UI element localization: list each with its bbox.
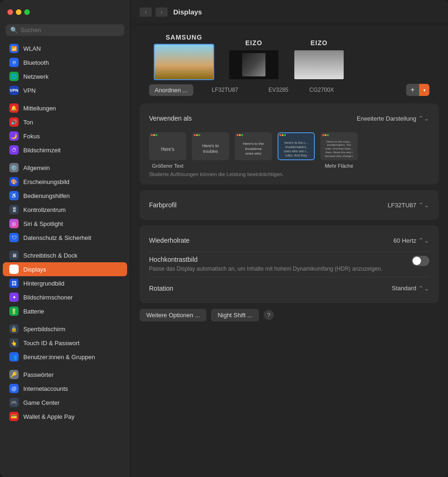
res-option-1[interactable]: Here's Größerer Text — [149, 132, 186, 169]
sidebar-item-internetaccounts[interactable]: @ Internetaccounts — [3, 382, 127, 395]
sidebar-item-wlan[interactable]: 📶 WLAN — [3, 41, 127, 55]
sidebar-label-mitteilungen: Mitteilungen — [23, 105, 56, 112]
sidebar-item-ton[interactable]: 🔊 Ton — [3, 115, 127, 129]
sidebar-item-bedienungshilfen[interactable]: ♿ Bedienungshilfen — [3, 189, 127, 203]
settings-card: Wiederholrate 60 Hertz ⌃⌄ Hochkontrastbi… — [140, 225, 439, 303]
display-model-samsung: LF32TU87 — [212, 87, 238, 93]
verwenden-als-value[interactable]: Erweiterte Darstellung ⌃⌄ — [357, 115, 429, 122]
hochkontrastbild-row: Hochkontrastbild Passe das Display autom… — [149, 256, 429, 273]
titlebar — [0, 0, 130, 24]
sidebar-label-internetaccounts: Internetaccounts — [23, 385, 68, 392]
verwenden-als-stepper-icon: ⌃⌄ — [418, 115, 429, 122]
display-thumb-eizo2[interactable] — [293, 49, 345, 80]
sidebar-item-hintergrundbild[interactable]: 🖼 Hintergrundbild — [3, 276, 127, 290]
back-button[interactable]: ‹ — [140, 7, 152, 17]
res-option-5[interactable]: Here's to the crazy...troublemakers, The… — [320, 132, 358, 169]
sidebar-label-netzwerk: Netzwerk — [23, 73, 48, 80]
sidebar-label-datenschutz: Datenschutz & Sicherheit — [23, 234, 91, 241]
sidebar-label-gamecenter: Game Center — [23, 399, 60, 406]
passwords-icon: 🔑 — [9, 370, 19, 379]
wiederholrate-value[interactable]: 60 Hertz ⌃⌄ — [394, 237, 429, 244]
add-display-button[interactable]: + — [406, 84, 419, 96]
sidebar-item-datenschutz[interactable]: 🛡 Datenschutz & Sicherheit — [3, 231, 127, 245]
sidebar-item-bildschirmschoner[interactable]: ✦ Bildschirmschoner — [3, 290, 127, 304]
add-display-dropdown[interactable]: ▾ — [419, 84, 429, 96]
night-shift-button[interactable]: Night Shift ... — [211, 309, 258, 321]
res-preview-1[interactable]: Here's — [149, 132, 186, 160]
sidebar-item-siri[interactable]: ◎ Siri & Spotlight — [3, 217, 127, 231]
bottom-buttons: Weitere Optionen ... Night Shift ... ? — [140, 309, 439, 321]
display-samsung[interactable]: SAMSUNG — [154, 34, 214, 80]
res-option-2[interactable]: Here's totroubles — [192, 132, 229, 169]
weitere-optionen-button[interactable]: Weitere Optionen ... — [140, 309, 206, 321]
sidebar-item-bildschirmzeit[interactable]: ⏱ Bildschirmzeit — [3, 143, 127, 157]
internet-icon: @ — [9, 384, 19, 393]
sidebar-item-passwoerter[interactable]: 🔑 Passwörter — [3, 368, 127, 382]
wiederholrate-stepper-icon: ⌃⌄ — [418, 237, 429, 244]
rotation-row[interactable]: Rotation Standard ⌃⌄ — [149, 281, 429, 296]
sidebar-item-vpn[interactable]: VPN VPN — [3, 83, 127, 97]
rotation-label: Rotation — [149, 285, 173, 292]
display-eizo1[interactable]: EIZO — [228, 39, 279, 80]
sidebar-item-bluetooth[interactable]: 𝔅 Bluetooth — [3, 55, 127, 69]
display-thumb-samsung[interactable] — [154, 44, 214, 80]
sidebar-item-erscheinungsbild[interactable]: 🎨 Erscheinungsbild — [3, 175, 127, 189]
displays-controls: Anordnen ... LF32TU87 EV3285 CG2700X + ▾ — [149, 84, 434, 96]
display-brand-eizo2: EIZO — [311, 39, 328, 47]
res-option-3[interactable]: Here's to thetroublemaones who — [235, 132, 272, 169]
verwenden-als-card: Verwenden als Erweiterte Darstellung ⌃⌄ — [140, 103, 439, 184]
close-button[interactable] — [7, 9, 13, 15]
search-box[interactable]: 🔍 — [6, 24, 124, 36]
res-preview-5[interactable]: Here's to the crazy...troublemakers, The… — [320, 132, 358, 160]
display-brand-eizo1: EIZO — [245, 39, 263, 47]
sidebar-label-batterie: Batterie — [23, 308, 44, 315]
rotation-value[interactable]: Standard ⌃⌄ — [392, 285, 429, 292]
sidebar-item-touchid[interactable]: 👆 Touch ID & Passwort — [3, 336, 127, 350]
res-option-4[interactable]: Here's to the c...troublemakers,ones who… — [278, 132, 315, 169]
sidebar-scroll: 📶 WLAN 𝔅 Bluetooth 🌐 Netzwerk VPN VPN 🔔 … — [0, 41, 130, 477]
hochkontrastbild-toggle[interactable] — [412, 256, 429, 266]
wiederholrate-row[interactable]: Wiederholrate 60 Hertz ⌃⌄ — [149, 233, 429, 248]
sidebar-label-bildschirmzeit: Bildschirmzeit — [23, 147, 61, 154]
appearance-icon: 🎨 — [9, 177, 19, 186]
sidebar-item-benutzer[interactable]: 👥 Benutzer:innen & Gruppen — [3, 350, 127, 364]
sidebar-item-mitteilungen[interactable]: 🔔 Mitteilungen — [3, 101, 127, 115]
sidebar-item-sperrbildschirm[interactable]: 🔒 Sperrbildschirm — [3, 322, 127, 336]
fullscreen-button[interactable] — [24, 9, 30, 15]
sidebar-label-ton: Ton — [23, 119, 33, 126]
main-scroll: SAMSUNG EIZO EIZO — [130, 24, 448, 477]
res-preview-3[interactable]: Here's to thetroublemaones who — [235, 132, 272, 160]
res-preview-2[interactable]: Here's totroubles — [192, 132, 229, 160]
forward-button[interactable]: › — [156, 7, 168, 17]
screentime-icon: ⏱ — [9, 145, 19, 155]
farbprofil-value[interactable]: LF32TU87 ⌃⌄ — [388, 201, 429, 209]
focus-icon: 🌙 — [9, 131, 19, 141]
res-preview-4[interactable]: Here's to the c...troublemakers,ones who… — [278, 132, 315, 160]
lockscreen-icon: 🔒 — [9, 324, 19, 334]
res-label-1: Größerer Text — [152, 163, 183, 169]
sidebar-item-gamecenter[interactable]: 🎮 Game Center — [3, 395, 127, 409]
display-icon: 🖥 — [9, 265, 19, 274]
minimize-button[interactable] — [16, 9, 21, 15]
sidebar-label-passwoerter: Passwörter — [23, 371, 54, 378]
siri-icon: ◎ — [9, 219, 19, 228]
sidebar-item-schreibtisch[interactable]: 🖥 Schreibtisch & Dock — [3, 248, 127, 262]
hochkontrastbild-label: Hochkontrastbild — [149, 256, 407, 263]
sidebar-item-kontrollzentrum[interactable]: 🎛 Kontrollzentrum — [3, 203, 127, 217]
wifi-icon: 📶 — [9, 44, 19, 53]
arrange-button[interactable]: Anordnen ... — [149, 84, 193, 96]
farbprofil-row[interactable]: Farbprofil LF32TU87 ⌃⌄ — [149, 198, 429, 212]
hochkontrastbild-text: Hochkontrastbild Passe das Display autom… — [149, 256, 407, 273]
sidebar-item-netzwerk[interactable]: 🌐 Netzwerk — [3, 69, 127, 83]
display-eizo2[interactable]: EIZO — [293, 39, 345, 80]
sidebar-item-batterie[interactable]: 🔋 Batterie — [3, 304, 127, 318]
help-button[interactable]: ? — [264, 310, 274, 320]
sidebar-item-allgemein[interactable]: ⚙️ Allgemein — [3, 161, 127, 175]
sidebar-item-fokus[interactable]: 🌙 Fokus — [3, 129, 127, 143]
sidebar-item-displays[interactable]: 🖥 Displays — [3, 262, 127, 276]
sidebar-item-wallet[interactable]: 💳 Wallet & Apple Pay — [3, 409, 127, 423]
sidebar-label-sperrbildschirm: Sperrbildschirm — [23, 326, 65, 333]
search-input[interactable] — [20, 27, 120, 34]
display-thumb-eizo1[interactable] — [228, 49, 279, 80]
sidebar-label-vpn: VPN — [23, 87, 36, 94]
